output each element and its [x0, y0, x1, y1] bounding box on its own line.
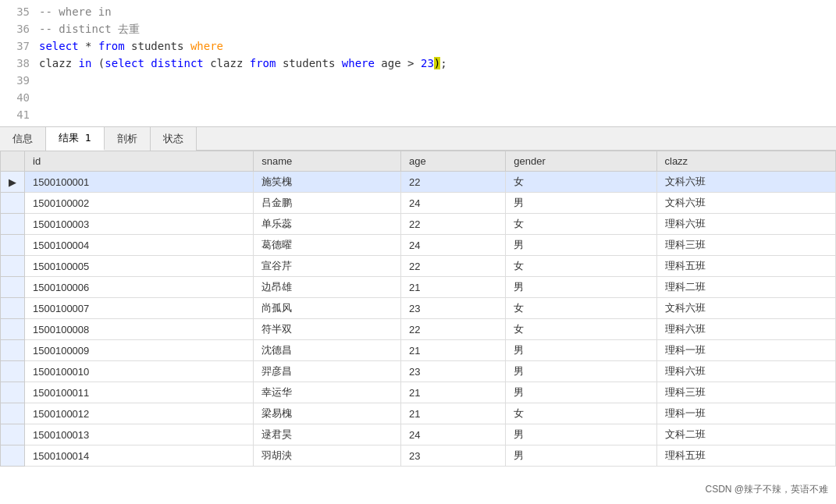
cell-clazz: 文科六班	[656, 193, 836, 214]
line-number: 37	[6, 37, 30, 55]
cell-id: 1500100002	[25, 193, 254, 214]
cell-age: 21	[401, 277, 506, 298]
cell-sname: 吕金鹏	[254, 193, 401, 214]
line-content: -- distinct 去重	[39, 20, 140, 37]
table-row[interactable]: 1500100004葛德曜24男理科三班	[1, 235, 836, 256]
cell-age: 21	[401, 340, 506, 361]
table-row[interactable]: 1500100010羿彦昌23男理科六班	[1, 361, 836, 382]
cell-sname: 单乐蕊	[254, 214, 401, 235]
cell-id: 1500100005	[25, 256, 254, 277]
cell-sname: 尚孤风	[254, 298, 401, 319]
cell-id: 1500100013	[25, 424, 254, 445]
tab-状态[interactable]: 状态	[151, 127, 197, 151]
cell-gender: 男	[506, 445, 656, 467]
cell-id: 1500100004	[25, 235, 254, 256]
cell-gender: 男	[506, 424, 656, 445]
table-row[interactable]: 1500100006边昂雄21男理科二班	[1, 277, 836, 298]
cell-age: 24	[401, 193, 506, 214]
column-header-age: age	[401, 151, 506, 172]
line-number: 41	[6, 106, 30, 123]
cell-sname: 梁易槐	[254, 403, 401, 424]
table-row[interactable]: ▶1500100001施笑槐22女文科六班	[1, 172, 836, 193]
cell-age: 24	[401, 424, 506, 445]
cell-sname: 幸运华	[254, 382, 401, 403]
cell-clazz: 理科三班	[656, 382, 836, 403]
cell-sname: 宣谷芹	[254, 256, 401, 277]
row-indicator	[1, 298, 25, 319]
row-indicator	[1, 319, 25, 340]
tabs-bar: 信息结果 1剖析状态	[0, 127, 836, 151]
cell-clazz: 理科五班	[656, 256, 836, 277]
row-indicator	[1, 382, 25, 403]
cell-clazz: 理科一班	[656, 403, 836, 424]
cell-id: 1500100001	[25, 172, 254, 193]
results-area[interactable]: idsnameagegenderclazz ▶1500100001施笑槐22女文…	[0, 151, 836, 504]
code-line: 36-- distinct 去重	[0, 20, 836, 37]
cell-clazz: 理科一班	[656, 340, 836, 361]
row-indicator	[1, 235, 25, 256]
cell-sname: 逯君昊	[254, 424, 401, 445]
cell-gender: 女	[506, 319, 656, 340]
line-content: -- where in	[39, 3, 112, 20]
row-indicator	[1, 424, 25, 445]
line-number: 40	[6, 89, 30, 106]
table-row[interactable]: 1500100013逯君昊24男文科二班	[1, 424, 836, 445]
row-indicator	[1, 403, 25, 424]
cell-age: 23	[401, 445, 506, 467]
code-line: 37select * from students where	[0, 37, 836, 55]
code-editor[interactable]: 35-- where in36-- distinct 去重37select * …	[0, 0, 836, 127]
table-row[interactable]: 1500100007尚孤风23女文科六班	[1, 298, 836, 319]
row-indicator	[1, 277, 25, 298]
cell-gender: 男	[506, 361, 656, 382]
cell-age: 24	[401, 235, 506, 256]
table-row[interactable]: 1500100014羽胡泱23男理科五班	[1, 445, 836, 467]
cell-id: 1500100007	[25, 298, 254, 319]
cell-sname: 羽胡泱	[254, 445, 401, 467]
cell-id: 1500100003	[25, 214, 254, 235]
table-row[interactable]: 1500100002吕金鹏24男文科六班	[1, 193, 836, 214]
table-row[interactable]: 1500100003单乐蕊22女理科六班	[1, 214, 836, 235]
cell-gender: 男	[506, 340, 656, 361]
tab-结果-1[interactable]: 结果 1	[46, 127, 105, 151]
cell-age: 22	[401, 214, 506, 235]
cell-sname: 沈德昌	[254, 340, 401, 361]
cell-gender: 男	[506, 235, 656, 256]
code-line: 41	[0, 106, 836, 123]
cell-gender: 男	[506, 193, 656, 214]
table-row[interactable]: 1500100009沈德昌21男理科一班	[1, 340, 836, 361]
cell-id: 1500100009	[25, 340, 254, 361]
column-header-clazz: clazz	[656, 151, 836, 172]
cell-gender: 女	[506, 403, 656, 424]
cell-gender: 男	[506, 277, 656, 298]
row-indicator	[1, 256, 25, 277]
tab-信息[interactable]: 信息	[0, 127, 46, 151]
table-row[interactable]: 1500100005宣谷芹22女理科五班	[1, 256, 836, 277]
cell-clazz: 理科五班	[656, 445, 836, 467]
row-indicator	[1, 214, 25, 235]
code-line: 35-- where in	[0, 3, 836, 20]
column-header-gender: gender	[506, 151, 656, 172]
row-indicator	[1, 361, 25, 382]
cell-id: 1500100010	[25, 361, 254, 382]
line-number: 38	[6, 55, 30, 72]
cell-id: 1500100014	[25, 445, 254, 467]
cell-clazz: 理科二班	[656, 277, 836, 298]
table-row[interactable]: 1500100008符半双22女理科六班	[1, 319, 836, 340]
cell-gender: 女	[506, 298, 656, 319]
column-header-sname: sname	[254, 151, 401, 172]
cell-sname: 葛德曜	[254, 235, 401, 256]
cell-sname: 符半双	[254, 319, 401, 340]
cell-age: 22	[401, 256, 506, 277]
tab-剖析[interactable]: 剖析	[105, 127, 151, 151]
cell-sname: 施笑槐	[254, 172, 401, 193]
table-row[interactable]: 1500100012梁易槐21女理科一班	[1, 403, 836, 424]
row-indicator	[1, 445, 25, 467]
cell-clazz: 文科六班	[656, 172, 836, 193]
line-number: 35	[6, 3, 30, 20]
cell-age: 22	[401, 319, 506, 340]
code-line: 39	[0, 72, 836, 89]
cell-gender: 女	[506, 172, 656, 193]
table-row[interactable]: 1500100011幸运华21男理科三班	[1, 382, 836, 403]
row-indicator	[1, 340, 25, 361]
cell-clazz: 理科六班	[656, 319, 836, 340]
